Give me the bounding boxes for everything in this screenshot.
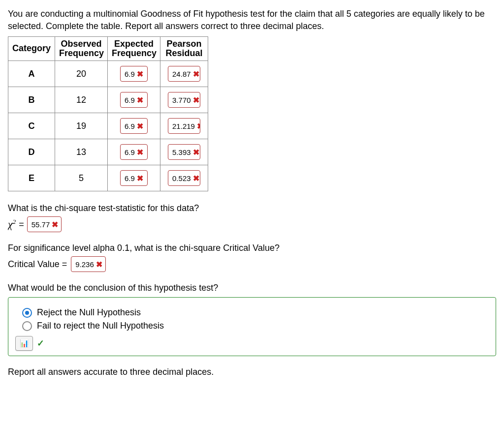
- col-residual: Pearson Residual: [160, 37, 208, 61]
- category-cell: A: [8, 61, 55, 87]
- expected-input[interactable]: 6.9✖: [120, 66, 148, 82]
- radio-option[interactable]: Reject the Null Hypothesis: [22, 307, 488, 318]
- calculator-icon: 📊: [20, 339, 29, 348]
- correct-icon: ✓: [37, 338, 44, 349]
- category-cell: D: [8, 139, 55, 165]
- category-cell: B: [8, 87, 55, 113]
- wrong-icon: ✖: [137, 174, 143, 183]
- radio-icon: [22, 321, 32, 331]
- wrong-icon: ✖: [137, 69, 143, 79]
- wrong-icon: ✖: [137, 95, 143, 105]
- wrong-icon: ✖: [137, 121, 143, 131]
- table-row: D136.9✖5.393✖: [8, 139, 208, 165]
- col-category: Category: [8, 37, 55, 61]
- observed-cell: 12: [55, 87, 108, 113]
- wrong-icon: ✖: [52, 220, 58, 229]
- col-expected: Expected Frequency: [108, 37, 160, 61]
- expected-input[interactable]: 6.9✖: [120, 92, 148, 108]
- wrong-icon: ✖: [193, 148, 199, 157]
- chi-question: What is the chi-square test-statistic fo…: [8, 203, 496, 213]
- equals-sign: =: [19, 219, 24, 230]
- table-row: A206.9✖24.87✖: [8, 61, 208, 87]
- calculator-button[interactable]: 📊: [15, 336, 33, 351]
- expected-input[interactable]: 6.9✖: [120, 144, 148, 160]
- instruction-text: You are conducting a multinomial Goodnes…: [8, 8, 496, 32]
- residual-input[interactable]: 0.523✖: [168, 170, 200, 186]
- critical-value-question: For significance level alpha 0.1, what i…: [8, 243, 496, 253]
- chi-square-symbol: χ2: [8, 218, 16, 231]
- expected-cell: 6.9✖: [108, 61, 160, 87]
- wrong-icon: ✖: [193, 174, 199, 183]
- residual-cell: 5.393✖: [160, 139, 208, 165]
- frequency-table: Category Observed Frequency Expected Fre…: [8, 36, 208, 191]
- observed-cell: 13: [55, 139, 108, 165]
- expected-input[interactable]: 6.9✖: [120, 118, 148, 134]
- residual-cell: 24.87✖: [160, 61, 208, 87]
- expected-cell: 6.9✖: [108, 139, 160, 165]
- critical-value-input[interactable]: 9.236 ✖: [71, 256, 106, 272]
- conclusion-question: What would be the conclusion of this hyp…: [8, 283, 496, 293]
- radio-label: Reject the Null Hypothesis: [37, 307, 141, 318]
- expected-cell: 6.9✖: [108, 87, 160, 113]
- conclusion-box: Reject the Null HypothesisFail to reject…: [8, 297, 496, 356]
- footer-note: Report all answers accurate to three dec…: [8, 367, 496, 377]
- wrong-icon: ✖: [96, 260, 102, 269]
- residual-input[interactable]: 24.87✖: [168, 66, 200, 82]
- expected-cell: 6.9✖: [108, 113, 160, 139]
- wrong-icon: ✖: [193, 69, 199, 79]
- chi-value-input[interactable]: 55.77 ✖: [27, 216, 62, 232]
- residual-input[interactable]: 21.219✖: [168, 118, 200, 134]
- col-observed: Observed Frequency: [55, 37, 108, 61]
- residual-cell: 0.523✖: [160, 165, 208, 191]
- table-row: E56.9✖0.523✖: [8, 165, 208, 191]
- observed-cell: 5: [55, 165, 108, 191]
- wrong-icon: ✖: [197, 121, 200, 131]
- radio-icon: [22, 308, 32, 318]
- expected-input[interactable]: 6.9✖: [120, 170, 148, 186]
- category-cell: C: [8, 113, 55, 139]
- residual-input[interactable]: 3.770✖: [168, 92, 200, 108]
- residual-cell: 21.219✖: [160, 113, 208, 139]
- radio-option[interactable]: Fail to reject the Null Hypothesis: [22, 321, 488, 331]
- wrong-icon: ✖: [193, 95, 199, 105]
- radio-label: Fail to reject the Null Hypothesis: [37, 321, 164, 331]
- critical-value-label: Critical Value =: [8, 259, 67, 270]
- expected-cell: 6.9✖: [108, 165, 160, 191]
- table-row: C196.9✖21.219✖: [8, 113, 208, 139]
- residual-input[interactable]: 5.393✖: [168, 144, 200, 160]
- residual-cell: 3.770✖: [160, 87, 208, 113]
- category-cell: E: [8, 165, 55, 191]
- wrong-icon: ✖: [137, 148, 143, 157]
- observed-cell: 20: [55, 61, 108, 87]
- observed-cell: 19: [55, 113, 108, 139]
- table-row: B126.9✖3.770✖: [8, 87, 208, 113]
